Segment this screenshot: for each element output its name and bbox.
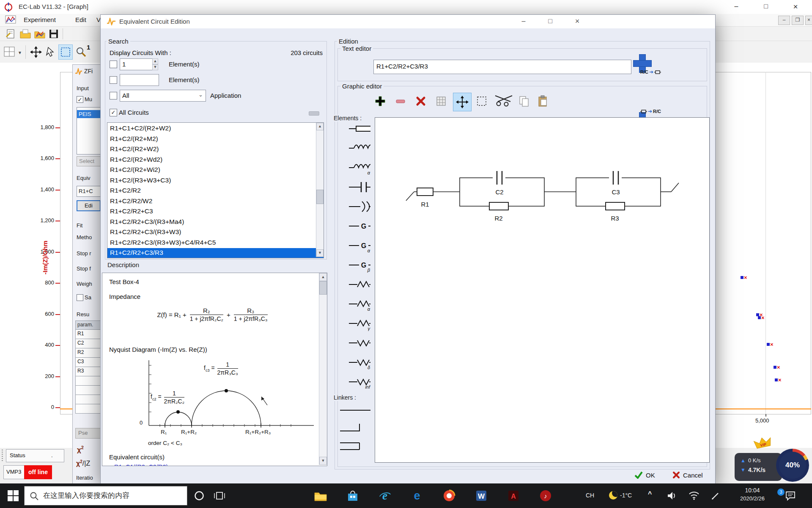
resistor-icon[interactable] <box>339 121 372 136</box>
zfit-edit-button[interactable]: Edi <box>77 200 101 211</box>
tray-expand-icon[interactable]: ^ <box>648 490 652 498</box>
language-indicator[interactable]: CH <box>586 492 594 499</box>
zfit-select-button[interactable]: Select <box>77 156 101 166</box>
percent-badge[interactable]: 40% <box>776 449 809 482</box>
circuit-list-item[interactable]: R1+C2/(R2+W2) <box>107 144 324 155</box>
circuit-list-item[interactable]: R1+C2/R2+C3/(R3+Ma4) <box>107 217 324 228</box>
g-element-icon[interactable]: G <box>339 219 372 233</box>
param-row[interactable] <box>75 376 101 386</box>
zfit-pseudo-button[interactable]: Pse <box>75 428 101 439</box>
add-element-button[interactable] <box>373 94 387 108</box>
linker-straight-icon[interactable] <box>339 403 372 417</box>
task-view-icon[interactable] <box>214 491 225 501</box>
music-icon[interactable]: ♪ <box>539 489 552 502</box>
magnifier-icon[interactable] <box>75 46 87 58</box>
w-inf-element-icon[interactable]: inf <box>339 375 372 389</box>
circuit-canvas[interactable]: R1 C2 R2 C3 R3 <box>375 117 710 463</box>
toolbar-page-field[interactable]: 1 <box>87 44 90 51</box>
microsoft-store-icon[interactable] <box>346 489 359 502</box>
capacitor-icon[interactable] <box>339 180 372 194</box>
param-row[interactable] <box>75 395 101 404</box>
scroll-thumb[interactable] <box>316 190 324 204</box>
circuit-list-scrollbar[interactable]: ▲ ▼ <box>316 123 324 257</box>
cortana-icon[interactable] <box>194 490 205 501</box>
circuit-list-item[interactable]: R1+C2/(R2+Wi2) <box>107 165 324 176</box>
taskbar-search-box[interactable]: 在这里输入你要搜索的内容 <box>24 486 187 505</box>
mdi-restore-button[interactable]: ❐ <box>792 16 804 25</box>
element-count-input-1[interactable]: 1 <box>120 58 153 70</box>
grid-button[interactable] <box>434 94 448 108</box>
desc-scroll-thumb[interactable] <box>319 281 327 295</box>
desc-scroll-down-icon[interactable]: ▼ <box>319 457 327 465</box>
file-explorer-icon[interactable] <box>314 489 327 502</box>
clock[interactable]: 10:04 2020/2/26 <box>734 487 771 502</box>
circuit-list-item[interactable]: R1+C2/(R3+W3+C3) <box>107 176 324 186</box>
open-graph-icon[interactable] <box>34 28 46 39</box>
menu-edit[interactable]: Edit <box>73 14 89 25</box>
paste-button[interactable] <box>536 94 550 108</box>
selection-button[interactable] <box>475 94 488 108</box>
application-combobox[interactable]: All ⌄ <box>120 90 206 102</box>
param-row[interactable]: C3 <box>75 358 101 367</box>
desc-scroll-up-icon[interactable]: ▲ <box>319 273 327 281</box>
w-delta-element-icon[interactable]: δ <box>339 355 372 370</box>
circuit-list-item[interactable]: R1+C2/R2/W2 <box>107 196 324 207</box>
layout-grid-icon[interactable] <box>3 46 16 58</box>
browser-icon[interactable] <box>442 489 456 502</box>
param-row[interactable]: C2 <box>75 339 101 348</box>
remove-element-button[interactable] <box>394 94 407 108</box>
dialog-minimize-button[interactable]: – <box>517 17 530 25</box>
mdi-minimize-button[interactable]: – <box>778 16 790 25</box>
word-icon[interactable]: W <box>475 489 488 502</box>
move-button[interactable] <box>453 93 472 111</box>
param-row[interactable] <box>75 386 101 395</box>
new-experiment-icon[interactable] <box>5 28 16 39</box>
element-count-spinner[interactable]: ▲ ▼ <box>152 58 158 69</box>
element-count-checkbox-2[interactable] <box>110 76 117 84</box>
circuit-list-item[interactable]: R1+C2/R2 <box>107 186 324 196</box>
cut-button[interactable] <box>493 94 515 107</box>
inductor-icon[interactable] <box>339 141 372 155</box>
spinner-up-icon[interactable]: ▲ <box>152 58 158 64</box>
copy-button[interactable] <box>517 94 531 108</box>
pen-icon[interactable] <box>710 491 721 501</box>
menu-experiment[interactable]: Experiment <box>21 14 58 25</box>
circuit-list-item[interactable]: R1+C2/(R2+Wd2) <box>107 155 324 166</box>
action-center-icon[interactable] <box>785 491 796 501</box>
dialog-maximize-button[interactable]: □ <box>544 17 557 25</box>
delete-button[interactable] <box>414 94 428 108</box>
speed-widget[interactable]: VIP ▲ 0 K/s ▼ 4.7K/s 40% <box>732 436 812 483</box>
zfit-technique-list[interactable]: PEIS <box>77 107 101 155</box>
volume-icon[interactable] <box>667 491 678 501</box>
spinner-down-icon[interactable]: ▼ <box>152 64 158 70</box>
save-icon[interactable] <box>48 28 59 39</box>
application-checkbox[interactable] <box>110 92 117 99</box>
pointer-icon[interactable] <box>45 46 57 58</box>
acrobat-icon[interactable]: A <box>507 489 520 502</box>
m-element-icon[interactable] <box>339 277 372 292</box>
param-row[interactable]: R3 <box>75 367 101 376</box>
minimize-button[interactable]: – <box>730 3 743 10</box>
internet-explorer-icon[interactable]: e <box>378 489 392 502</box>
zfit-equivalent-field[interactable]: R1+C <box>77 186 101 197</box>
start-button[interactable] <box>8 490 19 501</box>
network-icon[interactable] <box>689 490 700 500</box>
weather-moon-icon[interactable] <box>609 491 617 500</box>
layout-dropdown-arrow[interactable]: ▼ <box>18 50 22 55</box>
ok-button[interactable]: OK <box>634 471 655 479</box>
circuit-list-item[interactable]: R1+C2/R2+C3/(R3+W3)+C4/R4+C5 <box>107 238 324 248</box>
m-alpha-element-icon[interactable]: α <box>339 297 372 311</box>
speed-pill[interactable]: ▲ 0 K/s ▼ 4.7K/s <box>735 453 782 481</box>
circuit-text-input[interactable]: R1+C2/R2+C3/R3 <box>373 60 631 74</box>
description-scrollbar[interactable]: ▲ ▼ <box>319 273 327 465</box>
zfit-sa-checkbox[interactable] <box>77 294 83 301</box>
scroll-down-icon[interactable]: ▼ <box>316 249 324 257</box>
param-row[interactable]: R1 <box>75 330 101 339</box>
cancel-button[interactable]: Cancel <box>672 471 703 479</box>
zfit-technique-selected[interactable]: PEIS <box>77 110 101 118</box>
cpe-icon[interactable] <box>339 199 372 214</box>
circuit-list-item[interactable]: R1+C2/R2+C3/R3 <box>107 248 324 258</box>
circuit-list-item[interactable]: R1+C2/R2+C3 <box>107 207 324 217</box>
scroll-up-icon[interactable]: ▲ <box>316 123 324 130</box>
linker-bracket-icon[interactable] <box>339 439 372 453</box>
